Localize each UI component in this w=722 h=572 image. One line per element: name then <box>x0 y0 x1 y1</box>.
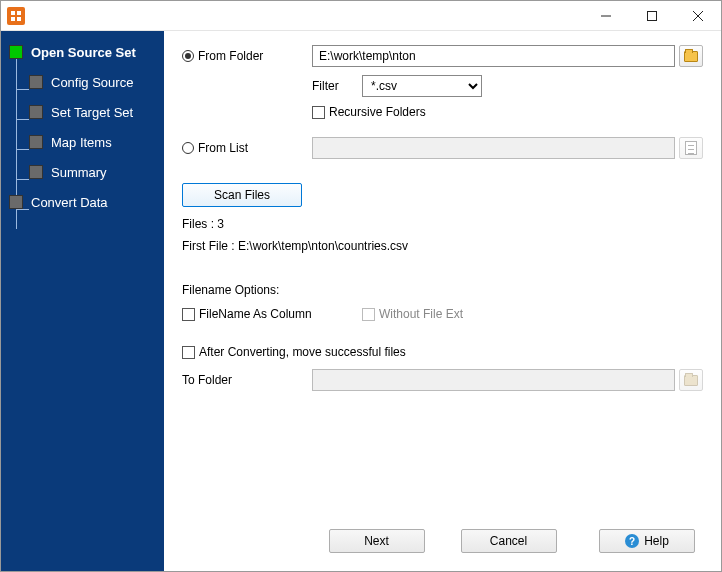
close-button[interactable] <box>675 1 721 31</box>
sidebar-item-label: Summary <box>51 165 107 180</box>
from-folder-radio[interactable] <box>182 50 194 62</box>
first-file-label: First File : E:\work\temp\nton\countries… <box>182 239 703 253</box>
step-box-icon <box>9 195 23 209</box>
sidebar-item-set-target-set[interactable]: Set Target Set <box>1 97 164 127</box>
step-box-icon <box>29 135 43 149</box>
files-count-label: Files : 3 <box>182 217 703 231</box>
from-list-label: From List <box>198 141 248 155</box>
step-box-icon <box>29 75 43 89</box>
from-list-radio[interactable] <box>182 142 194 154</box>
step-box-icon <box>29 165 43 179</box>
from-folder-input[interactable] <box>312 45 675 67</box>
step-box-icon <box>29 105 43 119</box>
svg-rect-5 <box>648 11 657 20</box>
filter-select[interactable]: *.csv <box>362 75 482 97</box>
sidebar-item-label: Map Items <box>51 135 112 150</box>
help-icon: ? <box>625 534 639 548</box>
wizard-footer: Next Cancel ? Help <box>182 519 703 559</box>
folder-icon <box>684 51 698 62</box>
wizard-sidebar: Open Source Set Config Source Set Target… <box>1 31 164 571</box>
sidebar-item-label: Set Target Set <box>51 105 133 120</box>
sidebar-item-label: Config Source <box>51 75 133 90</box>
window-controls <box>583 1 721 31</box>
without-ext-label: Without File Ext <box>379 307 463 321</box>
from-folder-label: From Folder <box>198 49 263 63</box>
without-ext-checkbox <box>362 308 375 321</box>
step-box-icon <box>9 45 23 59</box>
recursive-label: Recursive Folders <box>329 105 426 119</box>
sidebar-item-label: Open Source Set <box>31 45 136 60</box>
sidebar-item-summary[interactable]: Summary <box>1 157 164 187</box>
to-folder-label: To Folder <box>182 373 232 387</box>
svg-rect-0 <box>11 11 15 15</box>
browse-list-button[interactable] <box>679 137 703 159</box>
svg-rect-3 <box>17 17 21 21</box>
cancel-button[interactable]: Cancel <box>461 529 557 553</box>
after-converting-checkbox[interactable] <box>182 346 195 359</box>
help-label: Help <box>644 534 669 548</box>
filename-as-column-checkbox[interactable] <box>182 308 195 321</box>
to-folder-input <box>312 369 675 391</box>
folder-icon <box>684 375 698 386</box>
svg-rect-2 <box>11 17 15 21</box>
browse-folder-button[interactable] <box>679 45 703 67</box>
svg-rect-1 <box>17 11 21 15</box>
app-icon <box>7 7 25 25</box>
titlebar <box>1 1 721 31</box>
sidebar-item-open-source-set[interactable]: Open Source Set <box>1 37 164 67</box>
recursive-checkbox[interactable] <box>312 106 325 119</box>
sidebar-item-map-items[interactable]: Map Items <box>1 127 164 157</box>
sidebar-item-convert-data[interactable]: Convert Data <box>1 187 164 217</box>
after-converting-label: After Converting, move successful files <box>199 345 406 359</box>
filename-as-column-label: FileName As Column <box>199 307 312 321</box>
filter-label: Filter <box>312 79 352 93</box>
filename-options-heading: Filename Options: <box>182 283 703 297</box>
main-panel: From Folder Filter *.csv Recursive Folde… <box>164 31 721 571</box>
list-icon <box>685 141 697 155</box>
from-list-input <box>312 137 675 159</box>
browse-to-folder-button[interactable] <box>679 369 703 391</box>
sidebar-item-config-source[interactable]: Config Source <box>1 67 164 97</box>
next-button[interactable]: Next <box>329 529 425 553</box>
scan-files-button[interactable]: Scan Files <box>182 183 302 207</box>
minimize-button[interactable] <box>583 1 629 31</box>
maximize-button[interactable] <box>629 1 675 31</box>
help-button[interactable]: ? Help <box>599 529 695 553</box>
sidebar-item-label: Convert Data <box>31 195 108 210</box>
